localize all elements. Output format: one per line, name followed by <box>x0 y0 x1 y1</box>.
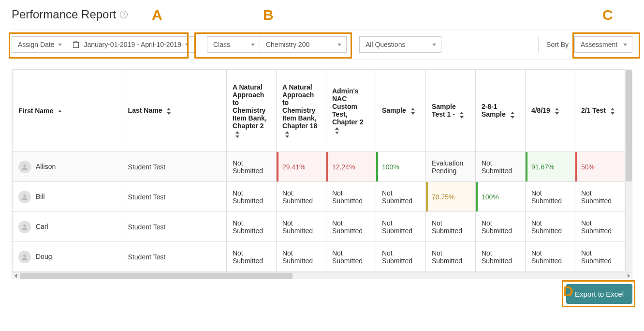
col-assessment-label: 2/1 Test <box>581 106 606 114</box>
sort-icon <box>285 131 290 138</box>
cell-first-name: Allison <box>13 152 122 182</box>
calendar-icon <box>73 42 79 48</box>
svg-point-2 <box>23 224 26 226</box>
col-assessment-7[interactable]: 2/1 Test <box>575 70 625 152</box>
chevron-down-icon <box>58 44 62 46</box>
sort-icon <box>167 108 172 115</box>
sort-icon <box>235 131 240 138</box>
col-assessment-label: A Natural Approach to Chemistry Item Ban… <box>282 83 317 130</box>
cell-score: Not Submitted <box>475 242 525 272</box>
cell-score: Not Submitted <box>326 212 376 242</box>
col-assessment-3[interactable]: Sample <box>376 70 425 152</box>
class-group: Class Chemistry 200 <box>207 36 347 53</box>
sort-dropdown[interactable]: Assessment <box>574 36 632 53</box>
cell-score: 100% <box>376 152 425 182</box>
scroll-right-icon[interactable] <box>625 273 632 279</box>
first-name-value: Carl <box>36 222 48 230</box>
cell-score: 100% <box>475 182 525 212</box>
report-table: First Name Last Name A Natural Approach … <box>12 69 625 272</box>
col-assessment-label: Sample Test 1 - <box>432 103 456 118</box>
col-assessment-0[interactable]: A Natural Approach to Chemistry Item Ban… <box>226 70 276 152</box>
table-row: DougStudent TestNot SubmittedNot Submitt… <box>13 242 625 272</box>
cell-last-name: Student Test <box>122 152 226 182</box>
page-title-text: Performance Report <box>12 8 116 21</box>
first-name-value: Bill <box>36 192 45 200</box>
sort-icon <box>511 112 515 119</box>
cell-first-name: Carl <box>13 212 122 242</box>
sort-icon <box>460 112 465 119</box>
cell-score: 12.24% <box>326 152 376 182</box>
cell-score: Not Submitted <box>326 182 376 212</box>
cell-score: Not Submitted <box>376 182 425 212</box>
horizontal-scroll-thumb[interactable] <box>20 273 293 279</box>
col-first-name-label: First Name <box>18 107 53 115</box>
avatar <box>18 191 31 203</box>
filters-bar: Assign Date January-01-2019 - April-10-2… <box>12 29 632 60</box>
col-assessment-label: Admin's NAC Custom Test, Chapter 2 <box>332 87 364 126</box>
cell-score: Not Submitted <box>425 212 475 242</box>
chevron-down-icon <box>185 44 189 46</box>
col-assessment-4[interactable]: Sample Test 1 - <box>425 70 475 152</box>
cell-score: Not Submitted <box>226 242 276 272</box>
first-name-value: Allison <box>36 162 56 170</box>
sort-asc-icon <box>58 110 62 112</box>
chevron-down-icon <box>337 44 341 46</box>
questions-value: All Questions <box>366 41 405 48</box>
avatar <box>18 221 31 233</box>
cell-score: Not Submitted <box>276 212 326 242</box>
cell-score: Not Submitted <box>475 152 525 182</box>
cell-score: Not Submitted <box>276 182 326 212</box>
cell-score: Not Submitted <box>276 242 326 272</box>
cell-score: Not Submitted <box>475 212 525 242</box>
avatar <box>18 251 31 263</box>
chevron-down-icon <box>623 44 627 46</box>
questions-dropdown[interactable]: All Questions <box>359 36 441 53</box>
assign-date-group: Assign Date January-01-2019 - April-10-2… <box>12 36 194 53</box>
page-title: Performance Report ? <box>12 8 632 21</box>
sort-icon <box>335 127 340 134</box>
col-assessment-5[interactable]: 2-8-1 Sample <box>475 70 525 152</box>
avatar <box>18 161 31 173</box>
cell-score: Not Submitted <box>226 152 276 182</box>
col-assessment-label: Sample <box>382 106 406 114</box>
date-range-value: January-01-2019 - April-10-2019 <box>84 41 181 48</box>
assign-date-label: Assign Date <box>18 41 54 48</box>
date-range-picker[interactable]: January-01-2019 - April-10-2019 <box>67 36 194 53</box>
cell-score: Not Submitted <box>525 212 575 242</box>
col-assessment-6[interactable]: 4/8/19 <box>525 70 575 152</box>
export-to-excel-button[interactable]: Export to Excel <box>566 284 632 304</box>
sort-group: Sort By Assessment <box>538 36 632 53</box>
first-name-value: Doug <box>36 252 52 260</box>
col-assessment-label: A Natural Approach to Chemistry Item Ban… <box>233 83 267 130</box>
sort-icon <box>411 108 416 115</box>
col-last-name[interactable]: Last Name <box>122 70 226 152</box>
cell-last-name: Student Test <box>122 182 226 212</box>
export-label: Export to Excel <box>575 290 624 298</box>
table-row: BillStudent TestNot SubmittedNot Submitt… <box>13 182 625 212</box>
vertical-scroll-thumb[interactable] <box>626 70 632 181</box>
report-table-wrap: First Name Last Name A Natural Approach … <box>12 69 632 279</box>
class-type-dropdown[interactable]: Class <box>207 36 260 53</box>
cell-score: 70.75% <box>425 182 475 212</box>
help-icon[interactable]: ? <box>120 11 128 18</box>
col-first-name[interactable]: First Name <box>13 70 122 152</box>
assign-date-dropdown[interactable]: Assign Date <box>12 36 67 53</box>
svg-point-3 <box>23 254 26 256</box>
class-value: Chemistry 200 <box>266 41 309 48</box>
cell-first-name: Bill <box>13 182 122 212</box>
col-last-name-label: Last Name <box>128 106 162 114</box>
cell-score: Not Submitted <box>525 242 575 272</box>
class-value-dropdown[interactable]: Chemistry 200 <box>260 36 347 53</box>
scroll-left-icon[interactable] <box>12 273 19 279</box>
callout-a: A <box>152 7 162 23</box>
table-row: CarlStudent TestNot SubmittedNot Submitt… <box>13 212 625 242</box>
cell-last-name: Student Test <box>122 212 226 242</box>
cell-score: Not Submitted <box>226 182 276 212</box>
col-assessment-2[interactable]: Admin's NAC Custom Test, Chapter 2 <box>326 70 376 152</box>
cell-first-name: Doug <box>13 242 122 272</box>
callout-c: C <box>602 7 613 23</box>
vertical-scrollbar[interactable] <box>625 69 632 272</box>
horizontal-scrollbar[interactable] <box>12 272 632 279</box>
col-assessment-1[interactable]: A Natural Approach to Chemistry Item Ban… <box>276 70 326 152</box>
sort-icon <box>611 108 615 115</box>
